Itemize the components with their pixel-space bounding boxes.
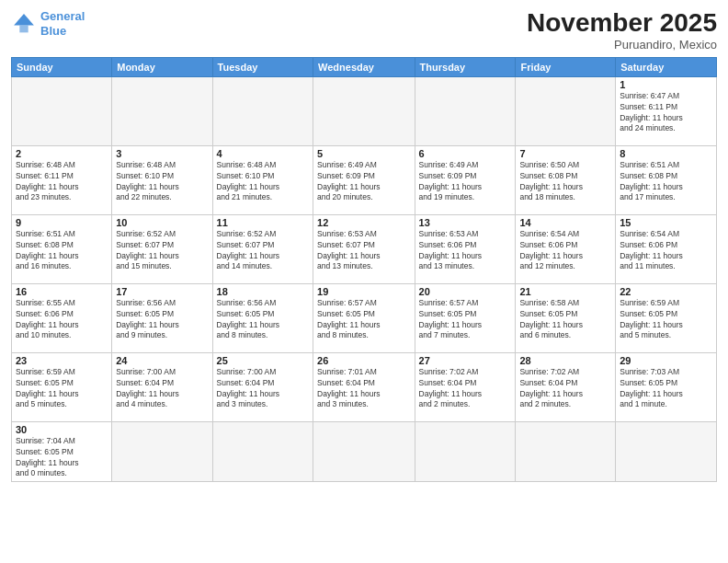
day-info: Sunrise: 6:51 AM Sunset: 6:08 PM Dayligh… — [16, 229, 108, 273]
svg-marker-0 — [14, 14, 34, 25]
day-cell — [212, 421, 313, 482]
week-row-1: 1Sunrise: 6:47 AM Sunset: 6:11 PM Daylig… — [12, 76, 717, 145]
day-number: 9 — [16, 217, 108, 228]
weekday-header-tuesday: Tuesday — [212, 57, 313, 76]
day-cell: 7Sunrise: 6:50 AM Sunset: 6:08 PM Daylig… — [516, 145, 616, 214]
week-row-4: 16Sunrise: 6:55 AM Sunset: 6:06 PM Dayli… — [12, 283, 717, 352]
weekday-header-sunday: Sunday — [12, 57, 112, 76]
day-info: Sunrise: 7:01 AM Sunset: 6:04 PM Dayligh… — [317, 367, 411, 411]
logo-line1: General — [40, 9, 85, 23]
day-info: Sunrise: 6:56 AM Sunset: 6:05 PM Dayligh… — [217, 298, 309, 342]
day-info: Sunrise: 6:48 AM Sunset: 6:10 PM Dayligh… — [116, 160, 208, 204]
day-cell: 30Sunrise: 7:04 AM Sunset: 6:05 PM Dayli… — [12, 421, 112, 482]
day-cell: 13Sunrise: 6:53 AM Sunset: 6:06 PM Dayli… — [415, 214, 516, 283]
day-cell: 21Sunrise: 6:58 AM Sunset: 6:05 PM Dayli… — [516, 283, 616, 352]
day-cell: 2Sunrise: 6:48 AM Sunset: 6:11 PM Daylig… — [12, 145, 112, 214]
day-cell: 28Sunrise: 7:02 AM Sunset: 6:04 PM Dayli… — [516, 352, 616, 421]
day-number: 12 — [317, 217, 411, 228]
week-row-3: 9Sunrise: 6:51 AM Sunset: 6:08 PM Daylig… — [12, 214, 717, 283]
day-number: 2 — [16, 148, 108, 159]
day-number: 10 — [116, 217, 208, 228]
day-cell: 16Sunrise: 6:55 AM Sunset: 6:06 PM Dayli… — [12, 283, 112, 352]
day-cell: 20Sunrise: 6:57 AM Sunset: 6:05 PM Dayli… — [415, 283, 516, 352]
day-info: Sunrise: 7:04 AM Sunset: 6:05 PM Dayligh… — [16, 436, 108, 480]
logo-text: General Blue — [40, 9, 85, 38]
logo: General Blue — [11, 9, 85, 38]
day-number: 27 — [419, 355, 512, 366]
day-cell: 22Sunrise: 6:59 AM Sunset: 6:05 PM Dayli… — [616, 283, 717, 352]
day-info: Sunrise: 6:52 AM Sunset: 6:07 PM Dayligh… — [116, 229, 208, 273]
day-cell — [415, 421, 516, 482]
day-cell — [12, 76, 112, 145]
day-cell: 3Sunrise: 6:48 AM Sunset: 6:10 PM Daylig… — [112, 145, 212, 214]
day-info: Sunrise: 6:53 AM Sunset: 6:06 PM Dayligh… — [419, 229, 512, 273]
day-cell: 26Sunrise: 7:01 AM Sunset: 6:04 PM Dayli… — [313, 352, 415, 421]
day-cell — [415, 76, 516, 145]
day-number: 17 — [116, 286, 208, 297]
svg-rect-1 — [19, 25, 28, 32]
weekday-header-row: SundayMondayTuesdayWednesdayThursdayFrid… — [12, 57, 717, 76]
weekday-header-saturday: Saturday — [616, 57, 717, 76]
day-number: 25 — [217, 355, 309, 366]
day-info: Sunrise: 6:53 AM Sunset: 6:07 PM Dayligh… — [317, 229, 411, 273]
header: General Blue November 2025 Puruandiro, M… — [11, 9, 717, 52]
week-row-6: 30Sunrise: 7:04 AM Sunset: 6:05 PM Dayli… — [12, 421, 717, 482]
day-cell: 15Sunrise: 6:54 AM Sunset: 6:06 PM Dayli… — [616, 214, 717, 283]
day-number: 23 — [16, 355, 108, 366]
location: Puruandiro, Mexico — [527, 38, 717, 52]
day-info: Sunrise: 6:51 AM Sunset: 6:08 PM Dayligh… — [620, 160, 712, 204]
day-info: Sunrise: 7:00 AM Sunset: 6:04 PM Dayligh… — [217, 367, 309, 411]
day-cell: 24Sunrise: 7:00 AM Sunset: 6:04 PM Dayli… — [112, 352, 212, 421]
day-number: 29 — [620, 355, 712, 366]
day-info: Sunrise: 6:59 AM Sunset: 6:05 PM Dayligh… — [620, 298, 712, 342]
day-info: Sunrise: 6:49 AM Sunset: 6:09 PM Dayligh… — [317, 160, 411, 204]
day-cell: 10Sunrise: 6:52 AM Sunset: 6:07 PM Dayli… — [112, 214, 212, 283]
day-number: 8 — [620, 148, 712, 159]
day-number: 28 — [519, 355, 611, 366]
day-number: 20 — [419, 286, 512, 297]
day-cell — [112, 76, 212, 145]
week-row-5: 23Sunrise: 6:59 AM Sunset: 6:05 PM Dayli… — [12, 352, 717, 421]
page: General Blue November 2025 Puruandiro, M… — [0, 0, 728, 563]
day-cell: 27Sunrise: 7:02 AM Sunset: 6:04 PM Dayli… — [415, 352, 516, 421]
day-cell — [516, 76, 616, 145]
day-number: 5 — [317, 148, 411, 159]
day-cell: 12Sunrise: 6:53 AM Sunset: 6:07 PM Dayli… — [313, 214, 415, 283]
day-info: Sunrise: 6:47 AM Sunset: 6:11 PM Dayligh… — [620, 91, 712, 135]
logo-line2: Blue — [40, 24, 66, 38]
day-cell — [212, 76, 313, 145]
day-cell: 1Sunrise: 6:47 AM Sunset: 6:11 PM Daylig… — [616, 76, 717, 145]
day-info: Sunrise: 6:59 AM Sunset: 6:05 PM Dayligh… — [16, 367, 108, 411]
weekday-header-monday: Monday — [112, 57, 212, 76]
weekday-header-thursday: Thursday — [415, 57, 516, 76]
day-info: Sunrise: 7:00 AM Sunset: 6:04 PM Dayligh… — [116, 367, 208, 411]
title-area: November 2025 Puruandiro, Mexico — [527, 9, 717, 52]
day-number: 13 — [419, 217, 512, 228]
logo-icon — [11, 11, 37, 37]
day-number: 26 — [317, 355, 411, 366]
day-number: 6 — [419, 148, 512, 159]
day-cell — [313, 421, 415, 482]
day-info: Sunrise: 6:57 AM Sunset: 6:05 PM Dayligh… — [419, 298, 512, 342]
day-number: 24 — [116, 355, 208, 366]
day-info: Sunrise: 6:48 AM Sunset: 6:11 PM Dayligh… — [16, 160, 108, 204]
weekday-header-friday: Friday — [516, 57, 616, 76]
day-number: 18 — [217, 286, 309, 297]
day-number: 30 — [16, 424, 108, 435]
day-cell: 23Sunrise: 6:59 AM Sunset: 6:05 PM Dayli… — [12, 352, 112, 421]
day-cell: 4Sunrise: 6:48 AM Sunset: 6:10 PM Daylig… — [212, 145, 313, 214]
day-number: 4 — [217, 148, 309, 159]
day-info: Sunrise: 6:52 AM Sunset: 6:07 PM Dayligh… — [217, 229, 309, 273]
day-cell: 5Sunrise: 6:49 AM Sunset: 6:09 PM Daylig… — [313, 145, 415, 214]
day-cell: 14Sunrise: 6:54 AM Sunset: 6:06 PM Dayli… — [516, 214, 616, 283]
day-info: Sunrise: 6:54 AM Sunset: 6:06 PM Dayligh… — [519, 229, 611, 273]
day-info: Sunrise: 6:49 AM Sunset: 6:09 PM Dayligh… — [419, 160, 512, 204]
day-info: Sunrise: 6:55 AM Sunset: 6:06 PM Dayligh… — [16, 298, 108, 342]
weekday-header-wednesday: Wednesday — [313, 57, 415, 76]
day-cell — [616, 421, 717, 482]
day-info: Sunrise: 7:02 AM Sunset: 6:04 PM Dayligh… — [419, 367, 512, 411]
day-info: Sunrise: 6:48 AM Sunset: 6:10 PM Dayligh… — [217, 160, 309, 204]
day-cell: 8Sunrise: 6:51 AM Sunset: 6:08 PM Daylig… — [616, 145, 717, 214]
day-cell: 25Sunrise: 7:00 AM Sunset: 6:04 PM Dayli… — [212, 352, 313, 421]
day-info: Sunrise: 6:58 AM Sunset: 6:05 PM Dayligh… — [519, 298, 611, 342]
